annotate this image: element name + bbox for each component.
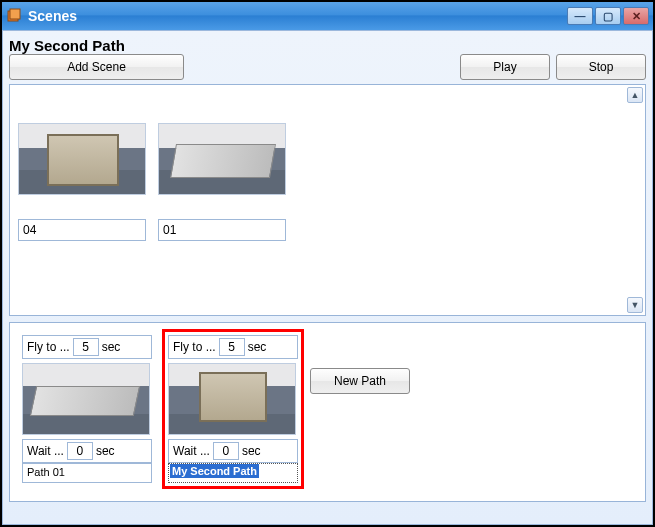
wait-row: Wait ... sec (22, 439, 152, 463)
maximize-button[interactable]: ▢ (595, 7, 621, 25)
new-path-area: New Path (310, 331, 410, 431)
stop-button[interactable]: Stop (556, 54, 646, 80)
fly-to-row: Fly to ... sec (168, 335, 298, 359)
wait-label: Wait ... (173, 444, 210, 458)
scene-thumbnail[interactable] (158, 123, 286, 195)
path-card[interactable]: Fly to ... sec Wait ... sec My Second Pa… (164, 331, 302, 487)
svg-rect-1 (10, 9, 20, 19)
toolbar: Add Scene Play Stop (9, 54, 646, 80)
scenes-panel: ▲ ▼ (9, 84, 646, 316)
scene-item (18, 123, 148, 241)
fly-value-input[interactable] (73, 338, 99, 356)
fly-to-row: Fly to ... sec (22, 335, 152, 359)
scroll-down-button[interactable]: ▼ (627, 297, 643, 313)
paths-panel: Fly to ... sec Wait ... sec Path 01 Fly … (9, 322, 646, 502)
app-icon (6, 8, 22, 24)
wait-unit: sec (242, 444, 261, 458)
fly-unit: sec (102, 340, 121, 354)
add-scene-button[interactable]: Add Scene (9, 54, 184, 80)
new-path-button[interactable]: New Path (310, 368, 410, 394)
wait-value-input[interactable] (213, 442, 239, 460)
play-button[interactable]: Play (460, 54, 550, 80)
wait-row: Wait ... sec (168, 439, 298, 463)
scene-item (158, 123, 288, 241)
scroll-up-button[interactable]: ▲ (627, 87, 643, 103)
scene-value-input[interactable] (18, 219, 146, 241)
fly-unit: sec (248, 340, 267, 354)
titlebar[interactable]: Scenes — ▢ ✕ (2, 2, 653, 30)
wait-unit: sec (96, 444, 115, 458)
path-name-text: My Second Path (170, 464, 259, 478)
window-title: Scenes (28, 8, 77, 24)
minimize-button[interactable]: — (567, 7, 593, 25)
page-title: My Second Path (9, 37, 646, 54)
scene-row (18, 123, 637, 241)
wait-label: Wait ... (27, 444, 64, 458)
fly-label: Fly to ... (173, 340, 216, 354)
path-name-field[interactable]: My Second Path (168, 463, 298, 483)
path-card[interactable]: Fly to ... sec Wait ... sec Path 01 (18, 331, 156, 487)
path-name-field[interactable]: Path 01 (22, 463, 152, 483)
client-area: My Second Path Add Scene Play Stop ▲ ▼ (2, 30, 653, 525)
close-button[interactable]: ✕ (623, 7, 649, 25)
scene-thumbnail[interactable] (18, 123, 146, 195)
path-thumbnail[interactable] (22, 363, 150, 435)
path-thumbnail[interactable] (168, 363, 296, 435)
fly-value-input[interactable] (219, 338, 245, 356)
fly-label: Fly to ... (27, 340, 70, 354)
wait-value-input[interactable] (67, 442, 93, 460)
scene-value-input[interactable] (158, 219, 286, 241)
